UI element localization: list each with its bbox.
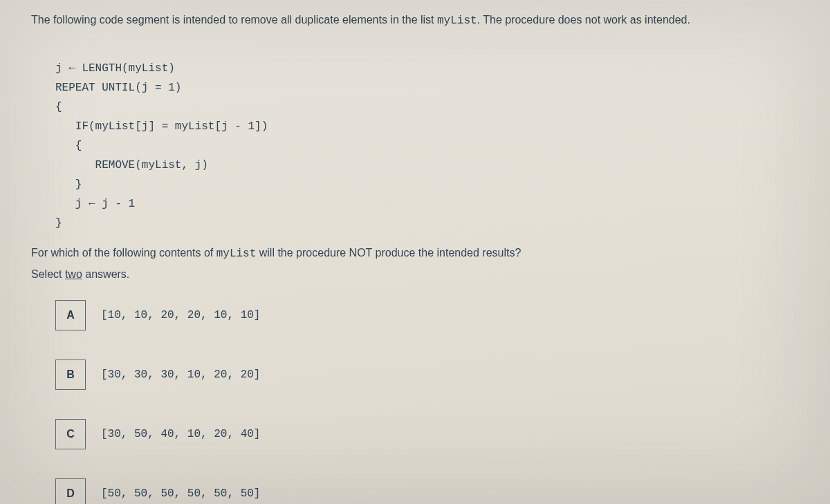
select-prefix: Select [31,268,65,280]
option-c-text: [30, 50, 40, 10, 20, 40] [101,428,260,440]
code-line: { [55,101,62,113]
option-b-row: B [30, 30, 30, 10, 20, 20] [55,360,799,390]
option-letter: C [66,428,75,440]
intro-code: myList [437,15,477,27]
option-b-button[interactable]: B [55,360,86,390]
code-line: j ← j - 1 [55,198,135,210]
follow-pre: For which of the following contents of [31,247,216,259]
option-c-button[interactable]: C [55,419,86,449]
code-line: } [55,217,62,230]
select-suffix: answers. [82,268,129,280]
select-underlined: two [65,268,82,280]
option-d-button[interactable]: D [55,478,86,504]
code-line: REPEAT UNTIL(j = 1) [55,82,181,94]
option-a-button[interactable]: A [55,300,86,330]
options-list: A [10, 10, 20, 20, 10, 10] B [30, 30, 30… [55,300,799,504]
code-line: { [55,140,82,152]
code-line: IF(myList[j] = myList[j - 1]) [55,120,268,133]
code-line: j ← LENGTH(myList) [55,62,175,75]
option-d-text: [50, 50, 50, 50, 50, 50] [101,487,260,500]
code-block: j ← LENGTH(myList) REPEAT UNTIL(j = 1) {… [55,39,799,233]
option-letter: A [66,309,75,321]
question-container: The following code segment is intended t… [0,0,830,504]
option-a-text: [10, 10, 20, 20, 10, 10] [101,309,260,321]
code-line: } [55,178,82,191]
intro-post: . The procedure does not work as intende… [477,14,690,26]
follow-text: For which of the following contents of m… [31,247,799,260]
follow-code: myList [216,248,257,260]
code-line: REMOVE(myList, j) [55,159,208,171]
select-instruction: Select two answers. [31,268,799,281]
option-c-row: C [30, 50, 40, 10, 20, 40] [55,419,799,449]
option-d-row: D [50, 50, 50, 50, 50, 50] [55,478,799,504]
follow-post: will the procedure NOT produce the inten… [256,247,521,259]
option-letter: D [66,487,75,500]
intro-text: The following code segment is intended t… [31,14,799,27]
option-a-row: A [10, 10, 20, 20, 10, 10] [55,300,799,330]
option-b-text: [30, 30, 30, 10, 20, 20] [101,368,260,381]
option-letter: B [66,368,75,381]
intro-pre: The following code segment is intended t… [31,14,437,26]
